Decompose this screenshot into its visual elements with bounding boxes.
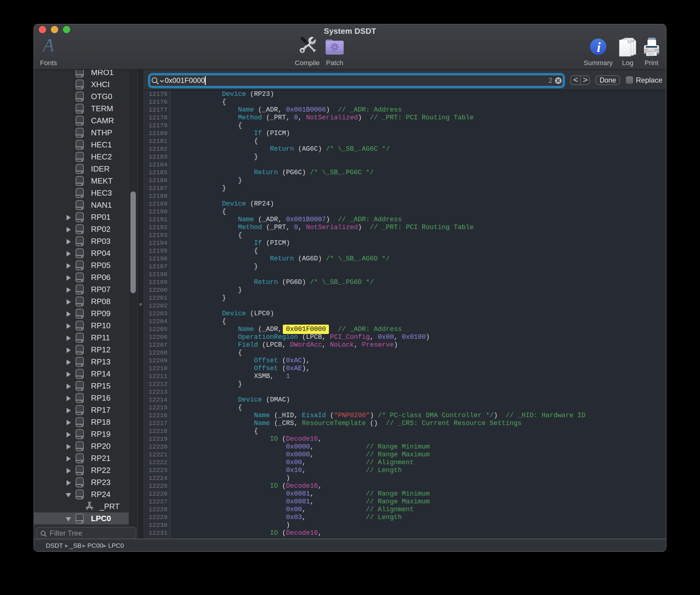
- svg-text:i: i: [597, 39, 601, 55]
